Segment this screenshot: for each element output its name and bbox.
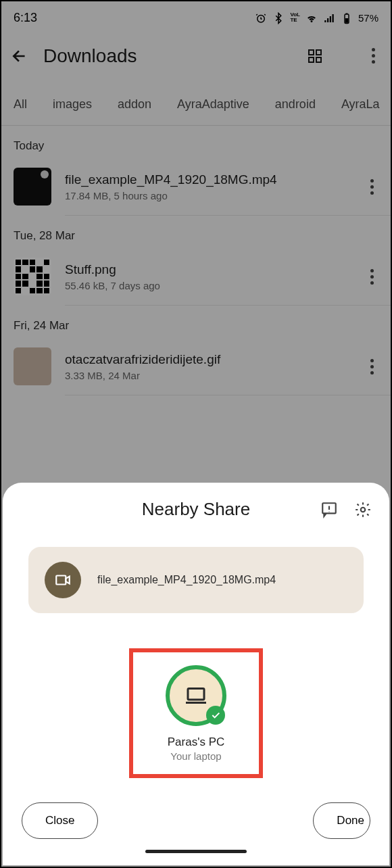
sheet-title: Nearby Share xyxy=(142,499,250,520)
close-button[interactable]: Close xyxy=(22,802,98,839)
device-name: Paras's PC xyxy=(168,736,225,749)
device-subtitle: Your laptop xyxy=(170,750,221,762)
check-icon xyxy=(206,706,225,725)
device-target-highlight: Paras's PC Your laptop xyxy=(129,648,263,778)
svg-rect-11 xyxy=(56,576,66,585)
feedback-icon[interactable] xyxy=(320,501,338,519)
shared-file-name: file_example_MP4_1920_18MG.mp4 xyxy=(97,574,276,586)
nearby-share-sheet: Nearby Share file_example_MP4_1920_18MG.… xyxy=(3,483,389,865)
svg-rect-12 xyxy=(188,688,204,700)
svg-point-10 xyxy=(361,507,366,512)
shared-file-chip: file_example_MP4_1920_18MG.mp4 xyxy=(28,547,364,613)
video-icon xyxy=(45,562,81,598)
settings-icon[interactable] xyxy=(354,501,372,519)
home-indicator[interactable] xyxy=(145,850,247,853)
done-button[interactable]: Done xyxy=(313,802,370,839)
laptop-icon xyxy=(184,683,208,708)
device-target[interactable] xyxy=(166,665,226,726)
